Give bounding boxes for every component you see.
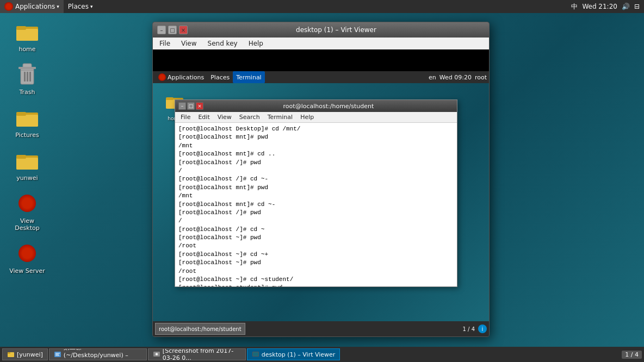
yunwei-icon-label: yunwei <box>16 174 38 182</box>
top-bar-left: Applications ▾ Places ▾ <box>0 0 97 13</box>
desktop-icon-list: home Trash <box>5 16 49 277</box>
taskbar-page-counter: 1 / 4 <box>622 351 642 359</box>
vm-inner-topbar-right: en Wed 09:20 root <box>429 74 487 81</box>
term-file-menu[interactable]: File <box>177 113 194 122</box>
vm-taskbar-terminal-label: root@localhost:/home/student <box>159 326 242 332</box>
applications-label: Applications <box>15 3 55 10</box>
virt-viewer-titlebar: – □ × desktop (1) – Virt Viewer <box>153 22 489 38</box>
svg-rect-14 <box>16 158 38 170</box>
virt-viewer-sendkey-menu[interactable]: Send key <box>203 39 242 48</box>
vm-time: Wed 09:20 <box>439 74 472 81</box>
svg-rect-18 <box>166 97 174 100</box>
term-terminal-menu[interactable]: Terminal <box>264 113 296 122</box>
svg-rect-11 <box>16 115 38 127</box>
taskbar-yunwei-label: [yunwei] <box>17 351 43 358</box>
terminal-close-btn[interactable]: × <box>196 102 203 110</box>
svg-rect-7 <box>27 72 28 82</box>
close-button[interactable]: × <box>179 26 188 34</box>
desktop-icon-view-server[interactable]: View Server <box>5 238 49 277</box>
view-server-icon <box>14 240 40 266</box>
taskbar-ged[interactable]: 第二课 (~/Desktop/yunwei) – ged... <box>49 348 147 360</box>
vm-desktop-area: home – □ × root@localhost:/home/student … <box>153 83 489 336</box>
view-desktop-label: View Desktop <box>8 217 47 232</box>
trash-icon-label: Trash <box>19 89 35 96</box>
volume-icon[interactable]: 🔊 <box>622 3 630 10</box>
terminal-titlebar: – □ × root@localhost:/home/student <box>175 100 457 112</box>
terminal-minimize-btn[interactable]: – <box>178 102 186 110</box>
taskbar-yunwei[interactable]: [yunwei] <box>2 348 48 360</box>
virt-viewer-view-menu[interactable]: View <box>177 39 201 48</box>
vm-taskbar-terminal[interactable]: root@localhost:/home/student <box>155 323 245 335</box>
taskbar-screenshot[interactable]: [Screenshot from 2017-03-26 0... <box>148 348 246 360</box>
terminal-menubar: File Edit View Search Terminal Help <box>175 112 457 123</box>
term-search-menu[interactable]: Search <box>236 113 263 122</box>
taskbar: [yunwei] 第二课 (~/Desktop/yunwei) – ged... <box>0 347 644 362</box>
svg-rect-9 <box>18 67 36 69</box>
vm-lang-indicator: en <box>429 74 436 81</box>
terminal-body[interactable]: [root@localhost Desktop]# cd /mnt/ [root… <box>175 123 457 286</box>
places-label: Places <box>68 3 89 10</box>
trash-icon <box>14 61 40 88</box>
vm-user: root <box>475 74 487 81</box>
taskbar-virt-viewer-label: desktop (1) – Virt Viewer <box>262 351 336 358</box>
svg-rect-12 <box>16 112 26 116</box>
virt-viewer-window-controls: – □ × <box>157 26 188 34</box>
places-menu[interactable]: Places ▾ <box>64 0 97 13</box>
desktop-icon-trash[interactable]: Trash <box>5 59 49 98</box>
desktop-icon-pictures[interactable]: Pictures <box>5 102 49 141</box>
vm-screen: Applications Places Terminal en Wed 09:2… <box>153 49 489 336</box>
virt-viewer-menubar: File View Send key Help <box>153 38 489 49</box>
vm-page-counter: 1 / 4 <box>463 326 475 332</box>
vm-places-menu[interactable]: Places <box>207 71 233 83</box>
desktop-icon-view-desktop[interactable]: View Desktop <box>5 188 49 234</box>
taskbar-ged-label: 第二课 (~/Desktop/yunwei) – ged... <box>64 348 142 360</box>
home-icon-label: home <box>18 46 35 53</box>
network-icon[interactable]: ⊟ <box>634 3 640 10</box>
taskbar-right: 1 / 4 <box>622 351 642 359</box>
redhat-logo-icon <box>4 2 13 11</box>
vm-taskbar: root@localhost:/home/student 1 / 4 i <box>153 321 489 336</box>
desktop-icon-yunwei[interactable]: yunwei <box>5 145 49 184</box>
terminal-title: root@localhost:/home/student <box>203 103 454 110</box>
applications-arrow-icon: ▾ <box>57 4 59 9</box>
taskbar-yunwei-icon <box>7 351 15 358</box>
term-help-menu[interactable]: Help <box>297 113 317 122</box>
svg-rect-6 <box>24 72 26 82</box>
vm-terminal-label: Terminal <box>236 74 262 81</box>
desktop: Applications ▾ Places ▾ 中 Wed 21:20 🔊 ⊟ <box>0 0 644 362</box>
virt-viewer-window: – □ × desktop (1) – Virt Viewer File Vie… <box>152 22 490 337</box>
taskbar-ged-icon <box>54 351 61 358</box>
taskbar-virt-viewer-icon <box>252 351 259 358</box>
svg-rect-1 <box>16 29 38 41</box>
vm-info-icon[interactable]: i <box>478 324 487 333</box>
top-menubar: Applications ▾ Places ▾ 中 Wed 21:20 🔊 ⊟ <box>0 0 644 13</box>
vm-terminal-tab[interactable]: Terminal <box>233 71 265 83</box>
svg-rect-15 <box>16 155 26 159</box>
taskbar-virt-viewer[interactable]: desktop (1) – Virt Viewer <box>247 348 340 360</box>
virt-viewer-title: desktop (1) – Virt Viewer <box>188 26 485 34</box>
vm-applications-menu[interactable]: Applications <box>155 71 207 83</box>
top-bar-right: 中 Wed 21:20 🔊 ⊟ <box>567 2 644 11</box>
pictures-folder-icon <box>14 104 40 130</box>
vm-redhat-icon <box>158 73 166 81</box>
maximize-button[interactable]: □ <box>168 26 177 34</box>
yunwei-folder-icon <box>14 147 40 173</box>
svg-rect-20 <box>8 352 10 354</box>
places-arrow-icon: ▾ <box>90 4 93 9</box>
language-indicator: 中 <box>571 2 578 11</box>
vm-inner-topbar-left: Applications Places Terminal <box>155 71 265 83</box>
virt-viewer-file-menu[interactable]: File <box>155 39 175 48</box>
term-view-menu[interactable]: View <box>214 113 235 122</box>
vm-inner-topbar: Applications Places Terminal en Wed 09:2… <box>153 71 489 83</box>
view-desktop-icon <box>14 190 40 216</box>
vm-applications-label: Applications <box>168 74 204 81</box>
svg-rect-2 <box>16 26 26 30</box>
terminal-maximize-btn[interactable]: □ <box>187 102 195 110</box>
virt-viewer-help-menu[interactable]: Help <box>244 39 268 48</box>
minimize-button[interactable]: – <box>157 26 166 34</box>
term-edit-menu[interactable]: Edit <box>195 113 213 122</box>
desktop-icon-home[interactable]: home <box>5 16 49 55</box>
applications-menu[interactable]: Applications ▾ <box>0 0 64 13</box>
time-display: Wed 21:20 <box>582 3 617 10</box>
terminal-controls: – □ × <box>178 102 203 110</box>
